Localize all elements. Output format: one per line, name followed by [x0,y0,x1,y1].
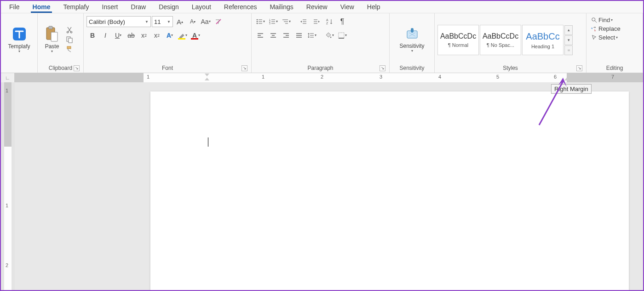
svg-point-9 [257,19,258,21]
font-size-value: 11 [154,18,161,25]
line-spacing-button[interactable]: ▾ [306,30,318,41]
first-line-indent-marker[interactable] [205,74,209,76]
menu-references[interactable]: References [218,2,264,12]
underline-button[interactable]: U▾ [112,30,124,41]
document-page[interactable] [150,91,629,291]
horizontal-ruler[interactable]: ∟ 1 1 2 3 4 5 6 7 [1,73,643,82]
menu-home[interactable]: Home [26,2,57,12]
caret-icon: ▾ [51,49,53,53]
grow-font-button[interactable]: A▴ [174,16,186,27]
menu-bar: File Home Templafy Insert Draw Design La… [1,1,643,13]
group-sensitivity: Sensitivity ▾ Sensitivity [390,13,435,73]
svg-rect-18 [339,33,344,38]
caret-icon: ▾ [411,49,413,53]
copy-button[interactable] [65,35,74,44]
ruler-number: 6 [554,74,557,80]
style-normal[interactable]: AaBbCcDc ¶ Normal [437,25,479,55]
clear-formatting-button[interactable] [213,16,224,27]
align-right-button[interactable] [280,30,292,41]
svg-text:a: a [591,26,593,29]
templafy-icon [11,26,28,42]
shrink-font-button[interactable]: A▾ [187,16,199,27]
ruler-number: 1 [262,74,264,80]
menu-insert[interactable]: Insert [96,2,125,12]
styles-expand[interactable]: ＝ [564,46,573,55]
svg-point-10 [257,21,258,23]
borders-button[interactable]: ▾ [336,30,348,41]
highlight-button[interactable]: ▾ [177,30,189,41]
caret-icon: ▾ [18,49,20,53]
text-effects-button[interactable]: A▾ [164,30,176,41]
find-button[interactable]: Find▾ [589,16,615,24]
replace-button[interactable]: abReplace [589,25,622,33]
group-templafy: Templafy ▾ [1,13,38,73]
show-paragraph-marks-button[interactable]: ¶ [336,16,348,27]
bullets-button[interactable]: ▾ [254,16,266,27]
tab-selector[interactable]: ∟ [1,73,15,82]
styles-scroll-down[interactable]: ▾ [564,35,573,45]
menu-view[interactable]: View [334,2,361,12]
italic-button[interactable]: I [99,30,111,41]
change-case-button[interactable]: Aa▾ [200,16,212,27]
font-family-select[interactable]: Calibri (Body)▼ [86,16,151,27]
bold-button[interactable]: B [86,30,98,41]
style-no-spacing[interactable]: AaBbCcDc ¶ No Spac... [480,25,521,55]
menu-help[interactable]: Help [361,2,387,12]
font-group-label: Font↘ [86,64,248,73]
group-clipboard: Paste ▾ Clipboard↘ [38,13,84,73]
style-name: ¶ Normal [448,42,468,48]
menu-draw[interactable]: Draw [125,2,153,12]
font-size-select[interactable]: 11▼ [152,16,173,27]
font-launcher[interactable]: ↘ [242,65,247,71]
menu-design[interactable]: Design [152,2,185,12]
sort-button[interactable]: AZ [323,16,335,27]
menu-review[interactable]: Review [300,2,334,12]
sensitivity-button[interactable]: Sensitivity ▾ [397,25,427,54]
sensitivity-group-label: Sensitivity [392,64,431,73]
ruler-number: 5 [496,74,499,80]
style-preview: AaBbCcDc [483,32,518,40]
strikethrough-button[interactable]: ab [125,30,137,41]
format-painter-button[interactable] [65,45,74,53]
increase-indent-button[interactable] [310,16,322,27]
menu-templafy[interactable]: Templafy [57,2,95,12]
templafy-button[interactable]: Templafy ▾ [5,25,33,54]
styles-scroll-up[interactable]: ▴ [564,25,573,35]
ruler-number: 1 [6,203,8,208]
svg-point-21 [592,17,595,21]
styles-gallery-nav: ▴ ▾ ＝ [564,25,573,55]
sensitivity-label: Sensitivity [399,43,424,49]
justify-button[interactable] [293,30,305,41]
subscript-button[interactable]: x2 [138,30,150,41]
decrease-indent-button[interactable] [298,16,310,27]
multilevel-list-button[interactable]: ▾ [280,16,292,27]
style-preview: AaBbCcDc [440,32,476,40]
svg-rect-2 [49,26,52,29]
ruler-number: 4 [438,74,441,80]
paste-button[interactable]: Paste ▾ [40,25,63,54]
style-name: Heading 1 [531,44,554,49]
numbering-button[interactable]: 123▾ [267,16,279,27]
menu-mailings[interactable]: Mailings [263,2,299,12]
style-heading-1[interactable]: AaBbCc Heading 1 [522,25,564,55]
menu-layout[interactable]: Layout [185,2,218,12]
paste-label: Paste [45,43,59,50]
superscript-button[interactable]: x2 [151,30,163,41]
vertical-ruler[interactable]: 1 1 2 [1,82,15,290]
paragraph-launcher[interactable]: ↘ [380,65,385,71]
styles-launcher[interactable]: ↘ [576,65,582,71]
right-indent-marker[interactable] [564,78,569,80]
clipboard-launcher[interactable]: ↘ [74,65,80,71]
select-button[interactable]: Select▾ [589,34,620,41]
shading-button[interactable]: ▾ [323,30,335,41]
align-center-button[interactable] [267,30,279,41]
right-margin-tooltip: Right Margin [551,84,592,94]
align-left-button[interactable] [254,30,266,41]
clipboard-group-label: Clipboard↘ [40,64,80,73]
font-color-button[interactable]: A▾ [190,30,201,41]
cut-button[interactable] [65,26,74,34]
menu-file[interactable]: File [3,2,26,12]
svg-text:Z: Z [326,22,328,25]
hanging-indent-marker[interactable] [205,78,209,80]
paste-icon [45,26,59,42]
